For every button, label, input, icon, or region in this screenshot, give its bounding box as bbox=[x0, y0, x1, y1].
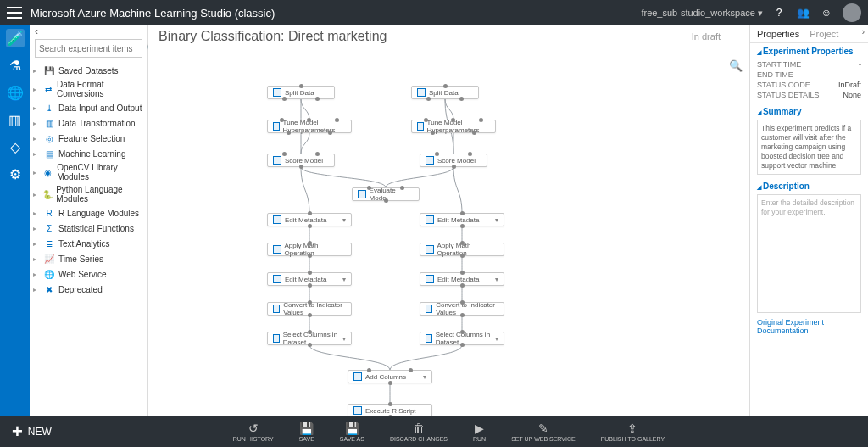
tree-item[interactable]: ▸RR Language Modules bbox=[30, 205, 147, 221]
collapse-left-icon[interactable]: ‹ bbox=[35, 25, 38, 37]
bottombar-discard-changes[interactable]: 🗑DISCARD CHANGES bbox=[390, 422, 448, 442]
rail-models-icon[interactable]: ◇ bbox=[6, 137, 25, 156]
people-icon[interactable]: 👥 bbox=[795, 5, 810, 20]
new-button[interactable]: + NEW bbox=[0, 416, 64, 447]
help-icon[interactable]: ? bbox=[771, 5, 787, 20]
bottombar: + NEW ↺RUN HISTORY💾SAVE💾SAVE AS🗑DISCARD … bbox=[0, 416, 868, 447]
node-eval[interactable]: Evaluate Model bbox=[352, 187, 420, 201]
bottombar-publish-to-gallery[interactable]: ⇪PUBLISH TO GALLERY bbox=[601, 422, 665, 442]
tree-item[interactable]: ▸◉OpenCV Library Modules bbox=[30, 161, 147, 183]
menu-icon[interactable] bbox=[7, 7, 22, 19]
rail-settings-icon[interactable]: ⚙ bbox=[6, 165, 25, 183]
node-tuneL[interactable]: Tune Model Hyperparameters bbox=[267, 120, 352, 133]
tree-item[interactable]: ▸✖Deprecated bbox=[30, 282, 147, 297]
canvas[interactable]: Split DataSplit DataTune Model Hyperpara… bbox=[148, 47, 749, 417]
module-palette: ‹ 🔍 ▸💾Saved Datasets▸⇄Data Format Conver… bbox=[30, 25, 148, 447]
tree-item[interactable]: ▸⇄Data Format Conversions bbox=[30, 78, 147, 100]
tree-item[interactable]: ▸ΣStatistical Functions bbox=[30, 221, 147, 236]
tab-project[interactable]: Project bbox=[810, 29, 838, 39]
nav-rail: 🧪 ⚗ 🌐 ▥ ◇ ⚙ bbox=[0, 25, 30, 447]
rail-datasets-icon[interactable]: ▥ bbox=[6, 110, 25, 129]
node-tuneR[interactable]: Tune Model Hyperparameters bbox=[411, 120, 496, 133]
node-addcols[interactable]: Add Columns▾ bbox=[348, 370, 432, 383]
tree-item[interactable]: ▸⤓Data Input and Output bbox=[30, 100, 147, 115]
tree-item[interactable]: ▸≣Text Analytics bbox=[30, 236, 147, 251]
module-tree: ▸💾Saved Datasets▸⇄Data Format Conversion… bbox=[30, 61, 147, 447]
properties-panel: Properties Project › Experiment Properti… bbox=[749, 25, 868, 447]
tree-item[interactable]: ▸▥Data Transformation bbox=[30, 115, 147, 131]
node-selL[interactable]: Select Columns in Dataset▾ bbox=[267, 332, 352, 345]
node-scoreL[interactable]: Score Model bbox=[267, 154, 335, 167]
summary-text: This experiment predicts if a customer w… bbox=[757, 120, 861, 175]
node-rscript[interactable]: Execute R Script bbox=[348, 404, 432, 417]
topbar: Microsoft Azure Machine Learning Studio … bbox=[0, 0, 868, 25]
node-editL2[interactable]: Edit Metadata▾ bbox=[267, 272, 352, 286]
node-editL1[interactable]: Edit Metadata▾ bbox=[267, 213, 352, 226]
node-convR[interactable]: Convert to Indicator Values bbox=[420, 302, 504, 316]
section-description[interactable]: Description bbox=[757, 182, 861, 191]
smile-icon[interactable]: ☺ bbox=[819, 5, 834, 20]
node-convL[interactable]: Convert to Indicator Values bbox=[267, 302, 352, 316]
bottombar-save-as[interactable]: 💾SAVE AS bbox=[340, 422, 364, 442]
bottombar-set-up-web-service[interactable]: ✎SET UP WEB SERVICE bbox=[511, 422, 575, 442]
node-selR[interactable]: Select Columns in Dataset▾ bbox=[420, 332, 504, 345]
node-splitR[interactable]: Split Data bbox=[411, 86, 479, 99]
plus-icon: + bbox=[12, 422, 23, 441]
expand-right-icon[interactable]: › bbox=[862, 27, 865, 36]
tree-item[interactable]: ▸◎Feature Selection bbox=[30, 131, 147, 146]
bottombar-save[interactable]: 💾SAVE bbox=[299, 422, 314, 442]
rail-globe-icon[interactable]: 🌐 bbox=[6, 83, 25, 102]
node-editR2[interactable]: Edit Metadata▾ bbox=[420, 272, 504, 286]
canvas-area: Binary Classification: Direct marketing … bbox=[148, 25, 749, 447]
workspace-dropdown[interactable]: free_sub-studio_workspace ▾ bbox=[641, 8, 763, 19]
app-title: Microsoft Azure Machine Learning Studio … bbox=[31, 7, 275, 20]
node-mathL[interactable]: Apply Math Operation bbox=[267, 243, 352, 256]
avatar[interactable] bbox=[843, 3, 861, 22]
description-input[interactable]: Enter the detailed description for your … bbox=[757, 194, 861, 313]
tree-item[interactable]: ▸▤Machine Learning bbox=[30, 146, 147, 161]
rail-experiments-icon[interactable]: 🧪 bbox=[6, 29, 25, 47]
experiment-status: In draft bbox=[692, 31, 721, 42]
tree-item[interactable]: ▸📈Time Series bbox=[30, 251, 147, 266]
node-editR1[interactable]: Edit Metadata▾ bbox=[420, 213, 504, 226]
node-splitL[interactable]: Split Data bbox=[267, 86, 335, 99]
rail-flask-icon[interactable]: ⚗ bbox=[6, 56, 25, 75]
tab-properties[interactable]: Properties bbox=[757, 29, 799, 39]
experiment-title: Binary Classification: Direct marketing bbox=[159, 29, 387, 44]
search-input[interactable]: 🔍 bbox=[35, 39, 142, 58]
node-scoreR[interactable]: Score Model bbox=[420, 154, 487, 167]
tree-item[interactable]: ▸💾Saved Datasets bbox=[30, 63, 147, 78]
node-mathR[interactable]: Apply Math Operation bbox=[420, 243, 504, 256]
bottombar-run-history[interactable]: ↺RUN HISTORY bbox=[233, 422, 274, 442]
tree-item[interactable]: ▸🌐Web Service bbox=[30, 266, 147, 282]
section-summary[interactable]: Summary bbox=[757, 107, 861, 116]
tree-item[interactable]: ▸🐍Python Language Modules bbox=[30, 183, 147, 205]
bottombar-run[interactable]: ▶RUN bbox=[473, 422, 486, 442]
doc-link[interactable]: Original Experiment Documentation bbox=[750, 316, 868, 337]
section-exp-props[interactable]: Experiment Properties bbox=[757, 47, 861, 56]
search-field[interactable] bbox=[39, 44, 147, 53]
